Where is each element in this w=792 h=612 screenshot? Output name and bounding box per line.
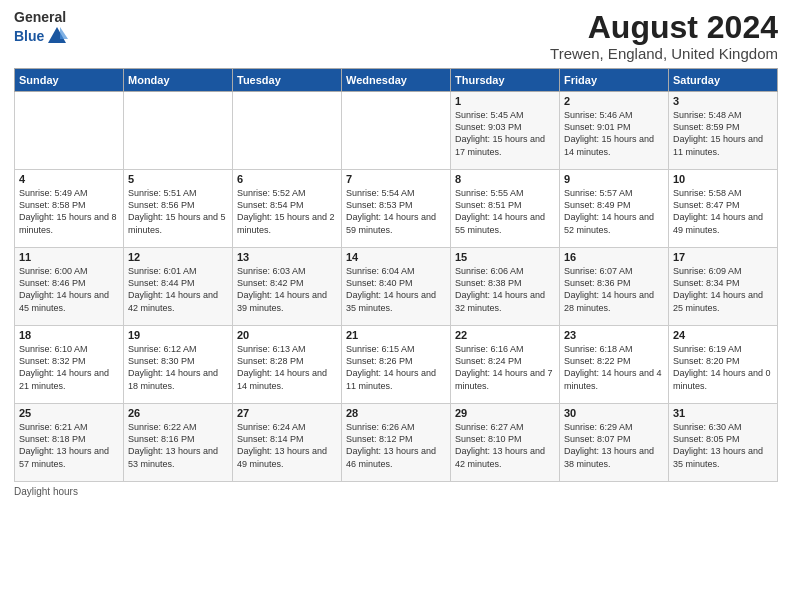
calendar-week-row: 25Sunrise: 6:21 AM Sunset: 8:18 PM Dayli… [15, 404, 778, 482]
day-number: 6 [237, 173, 337, 185]
day-content: Sunrise: 5:54 AM Sunset: 8:53 PM Dayligh… [346, 187, 446, 236]
day-content: Sunrise: 6:07 AM Sunset: 8:36 PM Dayligh… [564, 265, 664, 314]
day-content: Sunrise: 6:30 AM Sunset: 8:05 PM Dayligh… [673, 421, 773, 470]
calendar-cell: 19Sunrise: 6:12 AM Sunset: 8:30 PM Dayli… [124, 326, 233, 404]
calendar-cell: 9Sunrise: 5:57 AM Sunset: 8:49 PM Daylig… [560, 170, 669, 248]
day-content: Sunrise: 6:15 AM Sunset: 8:26 PM Dayligh… [346, 343, 446, 392]
day-content: Sunrise: 6:09 AM Sunset: 8:34 PM Dayligh… [673, 265, 773, 314]
logo: General Blue [14, 10, 68, 47]
calendar-cell: 10Sunrise: 5:58 AM Sunset: 8:47 PM Dayli… [669, 170, 778, 248]
calendar-cell [233, 92, 342, 170]
day-number: 10 [673, 173, 773, 185]
calendar-cell: 6Sunrise: 5:52 AM Sunset: 8:54 PM Daylig… [233, 170, 342, 248]
calendar-table: SundayMondayTuesdayWednesdayThursdayFrid… [14, 68, 778, 482]
calendar-cell [342, 92, 451, 170]
day-content: Sunrise: 6:24 AM Sunset: 8:14 PM Dayligh… [237, 421, 337, 470]
calendar-cell: 12Sunrise: 6:01 AM Sunset: 8:44 PM Dayli… [124, 248, 233, 326]
logo-blue: Blue [14, 29, 44, 44]
day-number: 18 [19, 329, 119, 341]
calendar-cell: 26Sunrise: 6:22 AM Sunset: 8:16 PM Dayli… [124, 404, 233, 482]
day-content: Sunrise: 6:19 AM Sunset: 8:20 PM Dayligh… [673, 343, 773, 392]
day-content: Sunrise: 6:22 AM Sunset: 8:16 PM Dayligh… [128, 421, 228, 470]
svg-marker-1 [60, 27, 68, 39]
day-number: 22 [455, 329, 555, 341]
day-number: 21 [346, 329, 446, 341]
header: General Blue August 2024 Trewen, England… [14, 10, 778, 62]
calendar-cell: 25Sunrise: 6:21 AM Sunset: 8:18 PM Dayli… [15, 404, 124, 482]
calendar-day-header: Sunday [15, 69, 124, 92]
calendar-week-row: 11Sunrise: 6:00 AM Sunset: 8:46 PM Dayli… [15, 248, 778, 326]
day-content: Sunrise: 5:55 AM Sunset: 8:51 PM Dayligh… [455, 187, 555, 236]
day-content: Sunrise: 6:04 AM Sunset: 8:40 PM Dayligh… [346, 265, 446, 314]
day-number: 31 [673, 407, 773, 419]
day-number: 2 [564, 95, 664, 107]
calendar-cell: 30Sunrise: 6:29 AM Sunset: 8:07 PM Dayli… [560, 404, 669, 482]
calendar-cell: 13Sunrise: 6:03 AM Sunset: 8:42 PM Dayli… [233, 248, 342, 326]
calendar-cell: 24Sunrise: 6:19 AM Sunset: 8:20 PM Dayli… [669, 326, 778, 404]
day-content: Sunrise: 6:29 AM Sunset: 8:07 PM Dayligh… [564, 421, 664, 470]
day-content: Sunrise: 5:51 AM Sunset: 8:56 PM Dayligh… [128, 187, 228, 236]
calendar-cell [124, 92, 233, 170]
day-content: Sunrise: 5:52 AM Sunset: 8:54 PM Dayligh… [237, 187, 337, 236]
day-content: Sunrise: 6:21 AM Sunset: 8:18 PM Dayligh… [19, 421, 119, 470]
calendar-body: 1Sunrise: 5:45 AM Sunset: 9:03 PM Daylig… [15, 92, 778, 482]
day-content: Sunrise: 5:58 AM Sunset: 8:47 PM Dayligh… [673, 187, 773, 236]
calendar-cell: 1Sunrise: 5:45 AM Sunset: 9:03 PM Daylig… [451, 92, 560, 170]
day-content: Sunrise: 5:57 AM Sunset: 8:49 PM Dayligh… [564, 187, 664, 236]
day-number: 16 [564, 251, 664, 263]
logo-icon [46, 25, 68, 47]
day-content: Sunrise: 6:26 AM Sunset: 8:12 PM Dayligh… [346, 421, 446, 470]
day-number: 27 [237, 407, 337, 419]
calendar-cell [15, 92, 124, 170]
day-number: 9 [564, 173, 664, 185]
day-number: 24 [673, 329, 773, 341]
calendar-cell: 4Sunrise: 5:49 AM Sunset: 8:58 PM Daylig… [15, 170, 124, 248]
day-number: 15 [455, 251, 555, 263]
calendar-cell: 15Sunrise: 6:06 AM Sunset: 8:38 PM Dayli… [451, 248, 560, 326]
calendar-cell: 21Sunrise: 6:15 AM Sunset: 8:26 PM Dayli… [342, 326, 451, 404]
day-content: Sunrise: 5:46 AM Sunset: 9:01 PM Dayligh… [564, 109, 664, 158]
day-number: 1 [455, 95, 555, 107]
footer-note: Daylight hours [14, 486, 778, 497]
calendar-cell: 18Sunrise: 6:10 AM Sunset: 8:32 PM Dayli… [15, 326, 124, 404]
day-number: 11 [19, 251, 119, 263]
calendar-cell: 31Sunrise: 6:30 AM Sunset: 8:05 PM Dayli… [669, 404, 778, 482]
day-content: Sunrise: 6:13 AM Sunset: 8:28 PM Dayligh… [237, 343, 337, 392]
calendar-header-row: SundayMondayTuesdayWednesdayThursdayFrid… [15, 69, 778, 92]
day-number: 7 [346, 173, 446, 185]
day-content: Sunrise: 6:18 AM Sunset: 8:22 PM Dayligh… [564, 343, 664, 392]
day-content: Sunrise: 6:10 AM Sunset: 8:32 PM Dayligh… [19, 343, 119, 392]
calendar-cell: 3Sunrise: 5:48 AM Sunset: 8:59 PM Daylig… [669, 92, 778, 170]
calendar-day-header: Monday [124, 69, 233, 92]
day-number: 23 [564, 329, 664, 341]
day-number: 26 [128, 407, 228, 419]
calendar-cell: 2Sunrise: 5:46 AM Sunset: 9:01 PM Daylig… [560, 92, 669, 170]
day-number: 13 [237, 251, 337, 263]
day-content: Sunrise: 6:16 AM Sunset: 8:24 PM Dayligh… [455, 343, 555, 392]
calendar-week-row: 4Sunrise: 5:49 AM Sunset: 8:58 PM Daylig… [15, 170, 778, 248]
calendar-cell: 16Sunrise: 6:07 AM Sunset: 8:36 PM Dayli… [560, 248, 669, 326]
day-number: 17 [673, 251, 773, 263]
calendar-day-header: Friday [560, 69, 669, 92]
calendar-cell: 23Sunrise: 6:18 AM Sunset: 8:22 PM Dayli… [560, 326, 669, 404]
day-content: Sunrise: 5:48 AM Sunset: 8:59 PM Dayligh… [673, 109, 773, 158]
calendar-week-row: 18Sunrise: 6:10 AM Sunset: 8:32 PM Dayli… [15, 326, 778, 404]
day-number: 14 [346, 251, 446, 263]
calendar-cell: 11Sunrise: 6:00 AM Sunset: 8:46 PM Dayli… [15, 248, 124, 326]
calendar-cell: 22Sunrise: 6:16 AM Sunset: 8:24 PM Dayli… [451, 326, 560, 404]
day-number: 29 [455, 407, 555, 419]
day-content: Sunrise: 6:12 AM Sunset: 8:30 PM Dayligh… [128, 343, 228, 392]
calendar-cell: 27Sunrise: 6:24 AM Sunset: 8:14 PM Dayli… [233, 404, 342, 482]
calendar-cell: 20Sunrise: 6:13 AM Sunset: 8:28 PM Dayli… [233, 326, 342, 404]
title-block: August 2024 Trewen, England, United King… [550, 10, 778, 62]
day-content: Sunrise: 5:45 AM Sunset: 9:03 PM Dayligh… [455, 109, 555, 158]
calendar-day-header: Tuesday [233, 69, 342, 92]
day-number: 20 [237, 329, 337, 341]
day-number: 28 [346, 407, 446, 419]
day-content: Sunrise: 6:01 AM Sunset: 8:44 PM Dayligh… [128, 265, 228, 314]
calendar-day-header: Thursday [451, 69, 560, 92]
calendar-day-header: Wednesday [342, 69, 451, 92]
subtitle: Trewen, England, United Kingdom [550, 45, 778, 62]
main-title: August 2024 [550, 10, 778, 45]
day-number: 12 [128, 251, 228, 263]
